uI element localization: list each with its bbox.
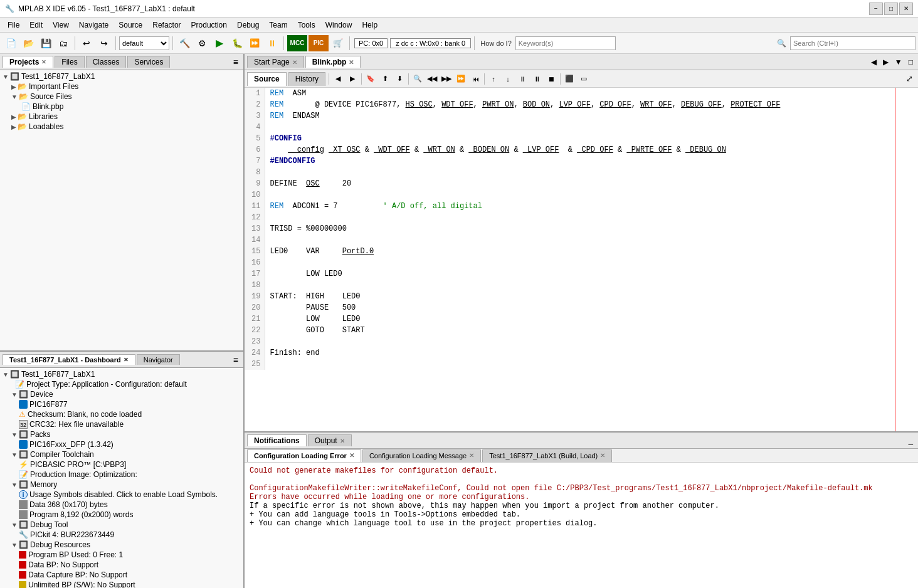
line-content-19[interactable]: START: HIGH LED0 xyxy=(265,291,918,302)
minimize-button[interactable]: − xyxy=(869,3,883,15)
edtb-btn17[interactable]: ▭ xyxy=(577,72,591,86)
line-content-23[interactable] xyxy=(265,336,918,347)
code-row-10[interactable]: 10 xyxy=(245,189,918,201)
dash-item-progbp[interactable]: Program BP Used: 0 Free: 1 xyxy=(0,550,243,560)
code-row-20[interactable]: 20 PAUSE 500 xyxy=(245,302,918,313)
edtb-btn14[interactable]: ⏸ xyxy=(530,72,544,86)
code-row-2[interactable]: 2 REM @ DEVICE PIC16F877, HS_OSC, WDT_OF… xyxy=(245,99,918,110)
dash-item-prodimg[interactable]: 📝 Production Image: Optimization: xyxy=(0,470,243,480)
line-content-18[interactable] xyxy=(265,280,918,291)
editor-maximize-icon[interactable]: □ xyxy=(906,58,915,66)
edtb-btn3[interactable]: 🔖 xyxy=(364,72,377,86)
code-row-21[interactable]: 21 LOW LED0 xyxy=(245,313,918,325)
menu-window[interactable]: Window xyxy=(320,19,357,31)
save-button[interactable]: 💾 xyxy=(38,35,54,51)
tab-projects[interactable]: Projects ✕ xyxy=(3,56,53,68)
run-button[interactable]: ▶ xyxy=(211,35,228,51)
menu-navigate[interactable]: Navigate xyxy=(74,19,113,31)
subtab-buildload-close[interactable]: ✕ xyxy=(600,449,605,462)
edtb-btn5[interactable]: ⬇ xyxy=(393,72,406,86)
tab-services[interactable]: Services xyxy=(127,56,170,68)
dash-item-pickit4[interactable]: 🔧 PICkit 4: BUR223673449 xyxy=(0,530,243,540)
line-content-10[interactable] xyxy=(265,189,918,201)
line-content-24[interactable]: Finish: end xyxy=(265,347,918,359)
tree-item-source[interactable]: ▼ 📂 Source Files xyxy=(0,92,243,102)
line-content-13[interactable]: TRISD = %00000000 xyxy=(265,223,918,234)
line-content-15[interactable]: LED0 VAR PortD.0 xyxy=(265,246,918,257)
line-content-6[interactable]: __config _XT_OSC & _WDT_OFF & _WRT_ON & … xyxy=(265,144,918,155)
line-content-5[interactable]: #CONFIG xyxy=(265,133,918,144)
code-row-12[interactable]: 12 xyxy=(245,212,918,223)
dash-item-program[interactable]: Program 8,192 (0x2000) words xyxy=(0,510,243,520)
dash-item-device[interactable]: ▼ 🔲 Device xyxy=(0,389,243,399)
code-row-13[interactable]: 13 TRISD = %00000000 xyxy=(245,223,918,234)
code-row-25[interactable]: 25 xyxy=(245,359,918,370)
maximize-button[interactable]: □ xyxy=(884,3,898,15)
edtb-btn6[interactable]: 🔍 xyxy=(411,72,425,86)
new-file-button[interactable]: 📄 xyxy=(3,35,19,51)
output-close-icon[interactable]: ✕ xyxy=(340,438,345,444)
bottom-minimize-icon[interactable]: _ xyxy=(906,436,915,445)
tab-dashboard[interactable]: Test1_16F877_LabX1 - Dashboard ✕ xyxy=(3,354,135,365)
tab-blinkpbp[interactable]: Blink.pbp ✕ xyxy=(305,56,361,68)
code-row-9[interactable]: 9 DEFINE OSC 20 xyxy=(245,178,918,189)
pic-button[interactable]: PIC xyxy=(309,35,329,51)
tree-item-blinkpbp[interactable]: 📄 Blink.pbp xyxy=(0,102,243,112)
code-row-7[interactable]: 7 #ENDCONFIG xyxy=(245,155,918,167)
edtb-btn4[interactable]: ⬆ xyxy=(378,72,392,86)
line-content-21[interactable]: LOW LED0 xyxy=(265,313,918,325)
dash-item-debugres[interactable]: ▼ 🔲 Debug Resources xyxy=(0,540,243,550)
subtab-buildload[interactable]: Test1_16F877_LabX1 (Build, Load) ✕ xyxy=(482,449,612,462)
line-content-4[interactable] xyxy=(265,122,918,133)
bottom-content[interactable]: Could not generate makefiles for configu… xyxy=(245,463,918,588)
code-row-4[interactable]: 4 xyxy=(245,122,918,133)
line-content-8[interactable] xyxy=(265,167,918,178)
subtab-configmsg-close[interactable]: ✕ xyxy=(469,449,474,462)
line-content-22[interactable]: GOTO START xyxy=(265,325,918,336)
clean-build-button[interactable]: ⚙ xyxy=(194,35,210,51)
tab-output[interactable]: Output ✕ xyxy=(308,434,352,446)
redo-button[interactable]: ↪ xyxy=(96,35,112,51)
code-row-23[interactable]: 23 xyxy=(245,336,918,347)
cart-button[interactable]: 🛒 xyxy=(330,35,346,51)
code-row-6[interactable]: 6 __config _XT_OSC & _WDT_OFF & _WRT_ON … xyxy=(245,144,918,155)
edtb-btn1[interactable]: ◀ xyxy=(331,72,345,86)
code-row-18[interactable]: 18 xyxy=(245,280,918,291)
code-row-24[interactable]: 24 Finish: end xyxy=(245,347,918,359)
line-content-12[interactable] xyxy=(265,212,918,223)
mcc-button[interactable]: MCC xyxy=(287,35,307,51)
dash-item-unlimitedbp[interactable]: Unlimited BP (S/W): No Support xyxy=(0,580,243,588)
dash-item-dfp[interactable]: PIC16Fxxx_DFP (1.3.42) xyxy=(0,439,243,449)
debug-button[interactable]: 🐛 xyxy=(229,35,245,51)
startpage-close-icon[interactable]: ✕ xyxy=(292,59,297,66)
code-row-3[interactable]: 3 REM ENDASM xyxy=(245,110,918,122)
menu-help[interactable]: Help xyxy=(357,19,382,31)
dash-item-databp[interactable]: Data BP: No Support xyxy=(0,560,243,570)
menu-production[interactable]: Production xyxy=(186,19,232,31)
line-content-1[interactable]: REM ASM xyxy=(265,88,918,99)
menu-source[interactable]: Source xyxy=(113,19,147,31)
save-all-button[interactable]: 🗂 xyxy=(55,35,71,51)
line-content-7[interactable]: #ENDCONFIG xyxy=(265,155,918,167)
howdoi-input[interactable] xyxy=(515,36,616,50)
tab-history[interactable]: History xyxy=(288,72,325,86)
edtb-btn11[interactable]: ↑ xyxy=(487,72,500,86)
projects-expand-icon[interactable]: ≡ xyxy=(231,57,241,67)
dash-item-packs[interactable]: ▼ 🔲 Packs xyxy=(0,429,243,439)
edtb-btn10[interactable]: ⏮ xyxy=(468,72,482,86)
dash-item-project[interactable]: ▼ 🔲 Test1_16F877_LabX1 xyxy=(0,369,243,379)
halt-button[interactable]: ⏸ xyxy=(264,35,280,51)
subtab-configerror[interactable]: Configuration Loading Error ✕ xyxy=(247,449,361,462)
code-row-16[interactable]: 16 xyxy=(245,257,918,268)
edtb-btn12[interactable]: ↓ xyxy=(501,72,515,86)
edtb-btn9[interactable]: ⏩ xyxy=(454,72,468,86)
code-row-17[interactable]: 17 LOW LED0 xyxy=(245,268,918,280)
undo-button[interactable]: ↩ xyxy=(78,35,95,51)
edtb-btn15[interactable]: ⏹ xyxy=(544,72,558,86)
dash-item-data[interactable]: Data 368 (0x170) bytes xyxy=(0,500,243,510)
edtb-btn8[interactable]: ▶▶ xyxy=(440,72,453,86)
tree-item-important[interactable]: ▶ 📂 Important Files xyxy=(0,81,243,92)
edtb-btn7[interactable]: ◀◀ xyxy=(425,72,439,86)
menu-file[interactable]: File xyxy=(3,19,24,31)
blinkpbp-close-icon[interactable]: ✕ xyxy=(349,59,354,66)
